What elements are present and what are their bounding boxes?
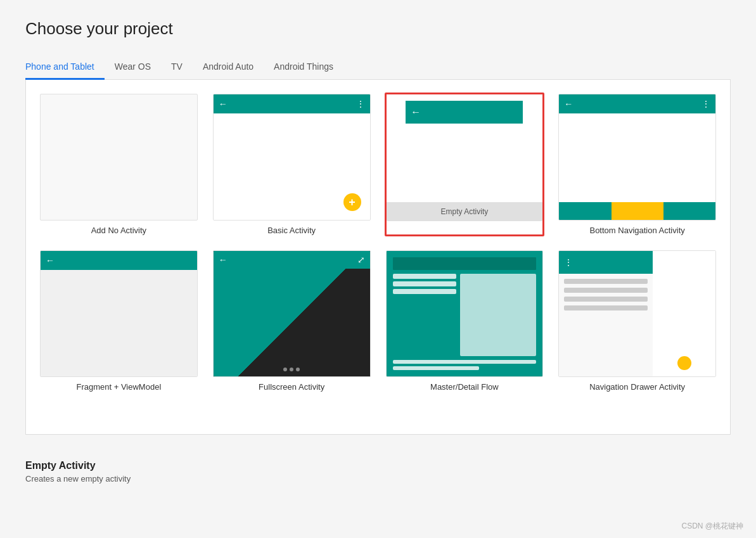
card-label-no-activity: Add No Activity (91, 226, 146, 235)
bnav-seg2 (612, 202, 663, 220)
card-label-fullscreen: Fullscreen Activity (259, 382, 324, 392)
card-thumbnail-fullscreen: ← ⤢ (213, 250, 371, 377)
card-label-fragment: Fragment + ViewModel (76, 382, 161, 392)
thumb-masterdetail (387, 251, 543, 376)
thumb-navdrawer-top: ⋮ (559, 251, 653, 274)
card-thumbnail-masterdetail (386, 250, 544, 377)
thumb-fullscreen: ← ⤢ (214, 251, 370, 376)
thumb-empty-label: Empty Activity (387, 202, 543, 221)
tab-wear-os[interactable]: Wear OS (105, 56, 161, 80)
card-thumbnail-bottomnav: ← ⋮ (558, 94, 716, 221)
drawer-line2 (564, 288, 648, 293)
card-bottom-nav[interactable]: ← ⋮ Bottom Navigation Activity (557, 93, 717, 236)
dots3-icon: ⋮ (564, 257, 573, 267)
fab-icon: + (343, 193, 361, 211)
thumb-bottomnav: ← ⋮ (559, 94, 715, 220)
thumb-basic-topbar: ← ⋮ (214, 94, 370, 113)
thumb-md-line3 (393, 289, 456, 294)
card-nav-drawer[interactable]: ⋮ Nav (557, 249, 717, 393)
tab-android-auto[interactable]: Android Auto (193, 56, 264, 80)
tab-tv[interactable]: TV (161, 56, 193, 80)
arrow-icon: ← (219, 99, 227, 109)
tab-phone-tablet[interactable]: Phone and Tablet (25, 56, 105, 80)
thumb-fragment-topbar: ← (41, 251, 197, 270)
arrow-icon-bnav: ← (564, 99, 573, 109)
arrow-icon-empty: ← (411, 106, 421, 118)
thumb-md-header (393, 257, 537, 270)
cards-grid: Add No Activity ← ⋮ + Basic Activity (39, 93, 717, 393)
bnav-seg3 (663, 202, 715, 220)
drawer-line1 (564, 279, 648, 284)
thumb-bottomnav-bar (559, 202, 715, 220)
card-label-bottomnav: Bottom Navigation Activity (589, 226, 684, 235)
thumb-bottomnav-body (559, 113, 715, 202)
tab-android-things[interactable]: Android Things (264, 56, 343, 80)
dots-icon-bnav: ⋮ (702, 99, 710, 109)
bottom-section: Empty Activity Creates a new empty activ… (0, 447, 756, 490)
thumb-fullscreen-topbar: ← ⤢ (214, 251, 370, 269)
thumb-fullscreen-dots (283, 368, 300, 371)
thumb-md-content (393, 274, 537, 356)
selected-title: Empty Activity (25, 460, 731, 471)
content-area: Add No Activity ← ⋮ + Basic Activity (25, 80, 731, 435)
dot3 (296, 368, 300, 371)
drawer-line4 (564, 305, 648, 311)
thumb-md-right (460, 274, 536, 356)
card-thumbnail-fragment: ← (40, 250, 198, 377)
thumb-empty-body (387, 124, 543, 202)
thumb-md-bottom (393, 360, 537, 370)
card-fullscreen[interactable]: ← ⤢ Fullscreen Activity (212, 249, 372, 393)
thumb-fullscreen-diagonal (214, 269, 370, 376)
selected-desc: Creates a new empty activity (25, 474, 731, 484)
thumb-fragment-body (41, 270, 197, 376)
thumb-navdrawer: ⋮ (559, 251, 715, 376)
fab-small-icon (677, 356, 691, 370)
thumb-md-left (393, 274, 456, 356)
drawer-line3 (564, 297, 648, 302)
thumb-basic-body: + (214, 113, 370, 220)
card-thumbnail-empty: ← Empty Activity (387, 94, 543, 221)
card-thumbnail-no-activity (40, 94, 198, 221)
bnav-seg1 (559, 202, 611, 220)
watermark: CSDN @桃花键神 (681, 521, 743, 532)
card-basic-activity[interactable]: ← ⋮ + Basic Activity (212, 93, 372, 236)
thumb-md-bline1 (393, 360, 537, 364)
card-label-masterdetail: Master/Detail Flow (430, 382, 499, 392)
card-thumbnail-navdrawer: ⋮ (558, 250, 716, 377)
card-fragment-viewmodel[interactable]: ← Fragment + ViewModel (39, 249, 199, 393)
card-label-basic: Basic Activity (267, 226, 316, 235)
thumb-empty: ← Empty Activity (387, 94, 543, 221)
card-no-activity[interactable]: Add No Activity (39, 93, 199, 236)
expand-icon-full: ⤢ (357, 255, 365, 265)
arrow-icon-full: ← (219, 255, 227, 265)
thumb-fragment: ← (41, 251, 197, 376)
thumb-navdrawer-panel: ⋮ (559, 251, 653, 376)
thumb-navdrawer-items (559, 274, 653, 316)
dots-icon: ⋮ (356, 99, 365, 109)
thumb-md-line2 (393, 281, 456, 286)
thumb-md-line1 (393, 274, 456, 279)
dot2 (290, 368, 293, 371)
tabs-bar: Phone and Tablet Wear OS TV Android Auto… (25, 56, 731, 80)
arrow-icon-frag: ← (46, 255, 54, 266)
card-label-navdrawer: Navigation Drawer Activity (589, 382, 685, 392)
thumb-bottomnav-topbar: ← ⋮ (559, 94, 715, 113)
card-master-detail[interactable]: Master/Detail Flow (385, 249, 545, 393)
dot1 (283, 368, 287, 371)
thumb-md-bline2 (393, 366, 479, 370)
page-title: Choose your project (25, 19, 731, 39)
thumb-basic: ← ⋮ + (214, 94, 370, 220)
page-container: Choose your project Phone and Tablet Wea… (0, 0, 756, 447)
thumb-navdrawer-right (653, 251, 715, 376)
card-empty-activity[interactable]: ← Empty Activity (385, 93, 545, 236)
thumb-empty-topbar: ← (406, 101, 523, 124)
card-thumbnail-basic: ← ⋮ + (213, 94, 371, 221)
